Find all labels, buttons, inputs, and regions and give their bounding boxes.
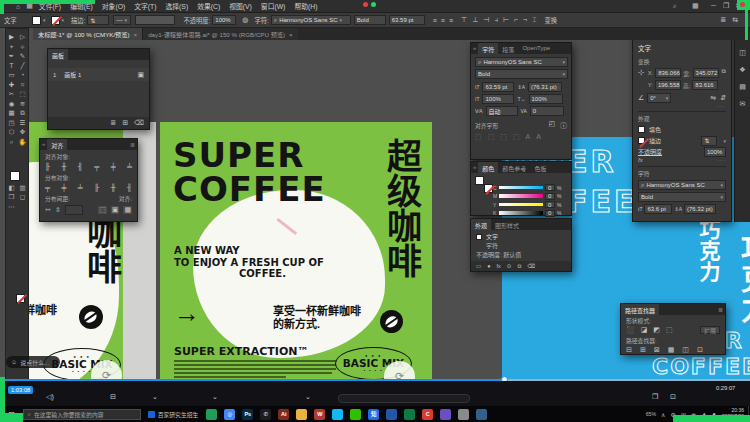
color-fill-swatch[interactable]	[475, 176, 484, 185]
tool-icon[interactable]: ▦	[8, 109, 14, 116]
quality-dropdown-icon[interactable]: ⌄	[152, 393, 158, 401]
spacing-value-field[interactable]	[65, 205, 83, 215]
tool-icon[interactable]: ◔	[21, 71, 25, 78]
menu-item[interactable]: 对象(O)	[102, 1, 125, 11]
poster-arrow[interactable]: →	[174, 300, 200, 326]
artboards-footer-icon[interactable]: ⊞	[122, 119, 128, 127]
font-style-field[interactable]: Bold	[354, 15, 386, 25]
x-field[interactable]: 836.066	[655, 68, 681, 78]
tool-icon[interactable]: ╱	[21, 62, 25, 69]
yellow-slider[interactable]	[499, 203, 543, 207]
tool-icon[interactable]: ☰	[20, 119, 26, 126]
collapse-icon[interactable]: «	[471, 162, 478, 173]
font-family-field[interactable]: ⌕ HarmonyOS Sans SC▾	[271, 15, 351, 25]
tool-icon[interactable]: ▭	[8, 71, 14, 78]
yellow-value[interactable]: 0	[545, 201, 555, 208]
brush-definition-dropdown[interactable]	[135, 15, 175, 25]
tab-artboards[interactable]: 画板	[48, 49, 68, 60]
character-extra-icon[interactable]: A	[536, 133, 541, 141]
taskbar-app-icon[interactable]: W	[314, 409, 325, 420]
distribute-object-icon[interactable]: ╪	[61, 184, 66, 191]
dock-rail-icon[interactable]: ✉	[740, 100, 746, 108]
character-extra-icon[interactable]: ⬚	[488, 133, 495, 141]
paragraph-align-icon[interactable]: ≡	[433, 17, 437, 24]
pathfinder-icon[interactable]: ⊠	[654, 346, 660, 354]
black-slider[interactable]	[499, 211, 543, 215]
align-icon[interactable]: ⌐	[514, 16, 518, 24]
appearance-footer-icon[interactable]: ●	[487, 263, 490, 269]
font-style-field[interactable]: Bold▾	[475, 69, 568, 79]
poster-cn-vertical-left[interactable]: 咖啡	[82, 214, 119, 284]
appearance-footer-icon[interactable]: ⊙	[507, 263, 512, 269]
character-extra-icon[interactable]: A	[526, 133, 531, 141]
taskbar-app-icon[interactable]	[458, 409, 469, 420]
panel-toggle-icon[interactable]: ⇆	[732, 16, 738, 24]
flip-icon[interactable]: ⇋	[710, 94, 716, 102]
document-tab-active[interactable]: 未标题-1* @ 100 % (CMYK/预览) ×	[33, 28, 142, 40]
magenta-slider[interactable]	[499, 194, 543, 198]
artboards-footer-icon[interactable]: ⌫	[134, 119, 144, 127]
menu-item[interactable]: 窗口(W)	[261, 1, 286, 11]
color-stroke-swatch[interactable]	[484, 184, 493, 193]
cyan-slider[interactable]	[499, 186, 543, 190]
opacity-field[interactable]: 100%	[212, 15, 236, 25]
tab-opentype[interactable]: OpenType	[518, 43, 554, 54]
taskbar-app-icon[interactable]	[206, 409, 217, 420]
stroke-color-swatch[interactable]	[51, 16, 60, 25]
fill-color-swatch[interactable]	[32, 16, 41, 25]
toolbar-mode-icon[interactable]: ▥	[19, 184, 25, 191]
tab-close-icon[interactable]: ×	[134, 31, 138, 38]
link-dimensions-icon[interactable]: ⧉	[722, 68, 726, 90]
flip-icon[interactable]: ⇵	[720, 94, 726, 102]
menu-item[interactable]: 选择(S)	[166, 1, 189, 11]
menu-item[interactable]: 文字(T)	[134, 1, 156, 11]
stroke-weight-stepper[interactable]: ⇅	[701, 136, 717, 146]
appearance-footer-icon[interactable]: ⌫	[527, 263, 535, 269]
tool-icon[interactable]: ⟡	[20, 43, 24, 50]
appearance-footer-icon[interactable]: fx	[497, 263, 501, 269]
document-tab-inactive[interactable]: day1-课程整体思路.ai* @ 150 % (RGB/CPU 预览) ×	[142, 28, 298, 40]
speed-dropdown-icon[interactable]: ⌄	[212, 393, 218, 401]
tool-icon[interactable]: ⌗	[21, 81, 25, 88]
tool-icon[interactable]: ✂	[9, 90, 14, 97]
tool-icon[interactable]: ✥	[20, 128, 25, 135]
taskbar-app-icon[interactable]: Ps	[242, 409, 253, 420]
panel-menu-icon[interactable]: ≣	[128, 139, 137, 150]
artboard-row[interactable]: 1 画板 1 ▣	[48, 68, 149, 81]
align-object-icon[interactable]: ╢	[78, 163, 83, 170]
toolbar-mode-icon[interactable]: ❒	[9, 193, 15, 200]
align-icon[interactable]: ⊣	[483, 16, 489, 24]
coffee-bean-icon[interactable]	[380, 310, 403, 333]
tracking-field[interactable]: 0	[530, 106, 564, 116]
panel-menu-icon[interactable]: ≣	[716, 304, 725, 315]
panel-toggle-icon[interactable]: ≣	[720, 16, 726, 24]
character-extra-icon[interactable]: ⬚	[475, 133, 482, 141]
collapse-icon[interactable]: «	[471, 43, 478, 54]
tab-align[interactable]: 对齐	[47, 139, 67, 150]
taskbar-app-icon[interactable]	[296, 409, 307, 420]
shape-mode-icon[interactable]: ◩	[653, 326, 660, 334]
danmaku-bubble[interactable]: ☺ 说点什么...	[6, 356, 60, 368]
shape-mode-icon[interactable]: ◪	[641, 326, 648, 334]
pathfinder-icon[interactable]: ▦	[668, 346, 675, 354]
taskbar-app-icon[interactable]	[440, 409, 451, 420]
taskbar-app-icon[interactable]	[350, 409, 361, 420]
align-object-icon[interactable]: ╧	[127, 163, 132, 170]
taskbar-app-icon[interactable]	[404, 409, 415, 420]
align-icon[interactable]: ⌶	[532, 16, 536, 24]
toolbar-mode-icon[interactable]: ⋯	[8, 203, 15, 210]
tab-color[interactable]: 颜色	[478, 162, 498, 173]
distribute-object-icon[interactable]: ╟	[94, 184, 99, 191]
reference-point-locator[interactable]: ⊹	[638, 68, 645, 90]
taskbar-app-icon[interactable]: Ai	[278, 409, 289, 420]
taskbar-app-icon[interactable]: C	[422, 409, 433, 420]
artboard-icon[interactable]: ▣	[137, 71, 144, 79]
paragraph-align-icon[interactable]: ≡	[441, 17, 445, 24]
artboard-main-poster[interactable]: SUPER COFFEE 超级咖啡 A NEW WAY TO ENJOY A F…	[160, 122, 432, 379]
tool-icon[interactable]: ✎	[20, 52, 25, 59]
character-extra-icon[interactable]: ⬚	[513, 133, 520, 141]
fx-button[interactable]: fx	[638, 157, 643, 163]
shape-mode-icon[interactable]: ⬛	[626, 326, 635, 334]
search-icon[interactable]: ⌕	[673, 2, 677, 10]
tool-icon[interactable]: ✒	[9, 52, 14, 59]
